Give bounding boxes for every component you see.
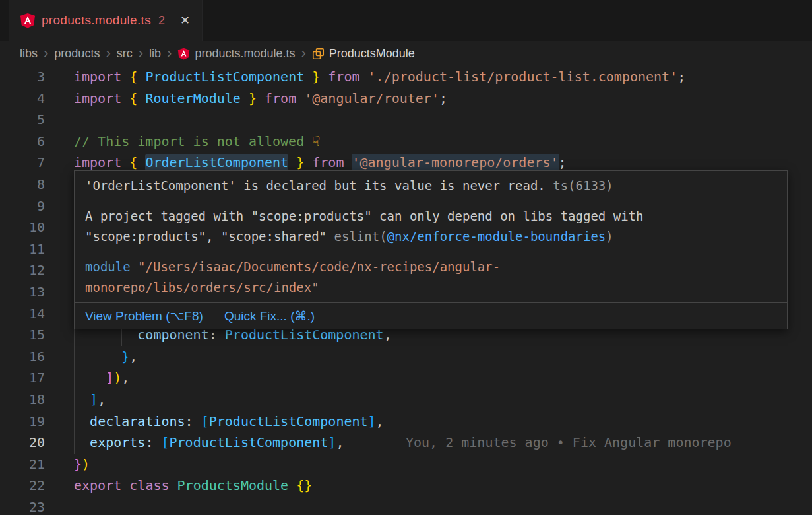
- code-token: '@angular/router': [304, 90, 439, 106]
- code-text: },: [74, 346, 137, 368]
- breadcrumb-item-lib[interactable]: lib: [149, 47, 161, 61]
- code-token: ): [113, 370, 121, 386]
- breadcrumb-label: products: [54, 47, 100, 61]
- code-token: ProductListComponent: [170, 434, 328, 450]
- indent-guide: [74, 432, 75, 454]
- code-token: {: [129, 154, 137, 170]
- indent-guide: [106, 346, 106, 368]
- line-number[interactable]: 5: [0, 109, 53, 131]
- code-line[interactable]: 21}): [0, 454, 812, 475]
- line-number[interactable]: 13: [0, 281, 53, 303]
- code-token: [: [161, 434, 169, 450]
- code-token: [320, 69, 328, 85]
- diagnostic-rule-link[interactable]: @nx/enforce-module-boundaries: [387, 229, 606, 244]
- code-token: [296, 90, 304, 106]
- hover-text: monorepo/libs/orders/src/index": [85, 280, 319, 294]
- code-token: export: [74, 477, 121, 493]
- code-text: import { RouterModule } from '@angular/r…: [74, 88, 447, 110]
- code-token: from: [265, 90, 296, 106]
- hover-line: A project tagged with "scope:products" c…: [85, 206, 776, 226]
- code-line[interactable]: 6// This import is not allowed ☟: [0, 131, 812, 153]
- chevron-right-icon: ›: [167, 46, 172, 61]
- code-line[interactable]: 4import { RouterModule } from '@angular/…: [0, 88, 812, 110]
- breadcrumb: libs › products › src › lib › products.m…: [0, 41, 812, 66]
- chevron-right-icon: ›: [106, 46, 110, 61]
- code-token: }: [312, 69, 320, 85]
- code-editor[interactable]: 3import { ProductListComponent } from '.…: [0, 66, 812, 515]
- line-number[interactable]: 21: [0, 454, 53, 475]
- breadcrumb-label: libs: [20, 47, 38, 61]
- line-number[interactable]: 8: [0, 174, 53, 195]
- code-token: [288, 154, 296, 170]
- line-number[interactable]: 4: [0, 88, 53, 110]
- line-number[interactable]: 14: [0, 303, 53, 325]
- line-number[interactable]: 16: [0, 346, 53, 368]
- indent-guide: [74, 389, 75, 411]
- code-text: import { ProductListComponent } from './…: [74, 66, 685, 88]
- hover-body: 'OrderListComponent' is declared but its…: [75, 171, 787, 302]
- line-number[interactable]: 9: [0, 195, 53, 217]
- line-number[interactable]: 20: [0, 432, 53, 454]
- code-token: [137, 154, 145, 170]
- code-token: [360, 69, 368, 85]
- breadcrumb-item-libs[interactable]: libs: [20, 47, 38, 61]
- indent-guide: [90, 346, 90, 368]
- code-token: [74, 349, 121, 364]
- line-number[interactable]: 17: [0, 367, 53, 389]
- hover-line: "scope:products", "scope:shared" eslint(…: [85, 226, 776, 247]
- code-line[interactable]: 19 declarations: [ProductListComponent],: [0, 411, 812, 432]
- hover-text: "/Users/isaac/Documents/code/nx-recipes/…: [138, 259, 500, 274]
- code-token: [: [201, 413, 209, 429]
- hover-text: eslint(: [334, 229, 387, 244]
- code-token: [121, 90, 129, 106]
- breadcrumb-item-file[interactable]: products.module.ts: [177, 47, 295, 61]
- code-line[interactable]: 3import { ProductListComponent } from '.…: [0, 66, 812, 88]
- code-line[interactable]: 18 ],: [0, 389, 812, 411]
- hover-text: A project tagged with "scope:products" c…: [85, 209, 643, 223]
- breadcrumb-item-products[interactable]: products: [54, 47, 100, 61]
- hover-text: ts(6133): [546, 178, 613, 193]
- code-token: from: [312, 154, 344, 170]
- code-line[interactable]: 22export class ProductsModule {}: [0, 475, 812, 497]
- code-token: [344, 154, 352, 170]
- code-line[interactable]: 23: [0, 497, 812, 515]
- code-token: [121, 477, 129, 493]
- code-line[interactable]: 20 exports: [ProductListComponent],You, …: [0, 432, 812, 454]
- tab-products-module[interactable]: products.module.ts 2 ✕: [9, 0, 203, 41]
- code-token: ,: [98, 392, 106, 407]
- code-line[interactable]: 5: [0, 109, 812, 131]
- line-number[interactable]: 12: [0, 259, 53, 281]
- close-icon[interactable]: ✕: [180, 13, 190, 28]
- breadcrumb-label: src: [117, 47, 133, 61]
- quick-fix-action[interactable]: Quick Fix... (⌘.): [224, 308, 315, 324]
- code-token: [121, 69, 129, 85]
- code-token: // This import is not allowed: [74, 133, 312, 149]
- module-info: module "/Users/isaac/Documents/code/nx-r…: [75, 252, 787, 302]
- line-number[interactable]: 22: [0, 475, 53, 497]
- line-number[interactable]: 15: [0, 324, 53, 346]
- hover-text: module: [85, 259, 131, 274]
- line-number[interactable]: 23: [0, 497, 53, 515]
- hover-line: module "/Users/isaac/Documents/code/nx-r…: [85, 257, 776, 277]
- breadcrumb-item-src[interactable]: src: [117, 47, 133, 61]
- code-token: ,: [129, 349, 137, 364]
- line-number[interactable]: 19: [0, 411, 53, 432]
- line-number[interactable]: 18: [0, 389, 53, 411]
- code-token: :: [185, 413, 193, 429]
- breadcrumb-item-symbol[interactable]: ProductsModule: [312, 47, 415, 61]
- code-line[interactable]: 16 },: [0, 346, 812, 368]
- line-number[interactable]: 6: [0, 131, 53, 153]
- view-problem-action[interactable]: View Problem (⌥F8): [85, 308, 203, 324]
- hover-popup: 'OrderListComponent' is declared but its…: [74, 170, 788, 329]
- angular-file-icon: [177, 48, 190, 60]
- chevron-right-icon: ›: [139, 46, 143, 61]
- code-line[interactable]: 17 ]),: [0, 367, 812, 389]
- code-token: ;: [677, 69, 685, 85]
- line-number[interactable]: 11: [0, 238, 53, 260]
- code-token: [304, 154, 312, 170]
- code-token: [137, 69, 145, 85]
- line-number[interactable]: 7: [0, 152, 53, 174]
- code-token: {: [129, 90, 137, 106]
- line-number[interactable]: 3: [0, 66, 53, 88]
- line-number[interactable]: 10: [0, 217, 53, 238]
